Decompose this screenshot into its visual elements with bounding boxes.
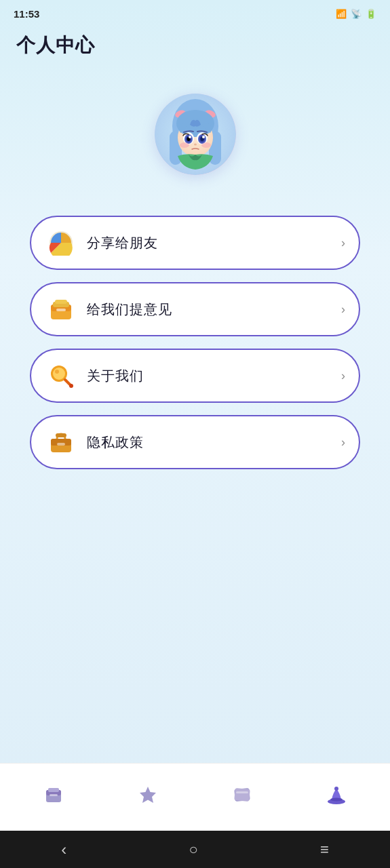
star-icon	[138, 785, 158, 810]
svg-rect-26	[55, 300, 67, 304]
menu-item-share[interactable]: 分享给朋友 ›	[30, 216, 360, 270]
svg-point-19	[180, 142, 189, 148]
wifi-icon: 📡	[351, 9, 362, 19]
card-icon	[232, 785, 252, 810]
nav-item-home[interactable]	[33, 779, 75, 815]
svg-rect-39	[48, 788, 59, 792]
share-arrow: ›	[341, 236, 345, 250]
status-icons: 📶 📡 🔋	[336, 9, 376, 19]
avatar-illustration	[155, 94, 236, 175]
svg-point-20	[201, 142, 211, 148]
feedback-label: 给我们提意见	[87, 300, 341, 319]
svg-point-45	[334, 787, 338, 791]
svg-point-46	[330, 798, 343, 802]
about-arrow: ›	[341, 369, 345, 383]
svg-point-12	[189, 136, 191, 138]
about-icon	[45, 359, 77, 392]
battery-icon: 🔋	[366, 9, 376, 19]
nav-item-profile[interactable]	[315, 779, 357, 815]
svg-rect-42	[234, 788, 250, 802]
svg-point-18	[194, 144, 197, 146]
signal-icon: 📶	[336, 9, 347, 19]
share-label: 分享给朋友	[87, 234, 341, 252]
svg-rect-35	[56, 433, 66, 437]
svg-marker-40	[140, 787, 156, 803]
svg-point-31	[69, 384, 73, 388]
menu-item-privacy[interactable]: 隐私政策 ›	[30, 415, 360, 469]
svg-rect-34	[57, 443, 65, 446]
nav-item-star[interactable]	[127, 779, 169, 815]
nav-item-card[interactable]	[221, 779, 263, 815]
svg-point-17	[202, 136, 205, 138]
page-title: 个人中心	[16, 33, 374, 58]
feedback-arrow: ›	[341, 302, 345, 317]
menu-item-feedback[interactable]: 给我们提意见 ›	[30, 282, 360, 336]
svg-rect-38	[50, 794, 58, 796]
menu-button[interactable]: ≡	[320, 841, 329, 859]
feedback-icon	[45, 293, 77, 326]
share-icon	[45, 226, 77, 259]
status-bar: 11:53 📶 📡 🔋	[0, 0, 390, 27]
header: 个人中心	[0, 27, 390, 66]
menu-item-about[interactable]: 关于我们 ›	[30, 349, 360, 403]
about-label: 关于我们	[87, 367, 341, 385]
android-nav: ‹ ○ ≡	[0, 831, 390, 868]
bottom-nav	[0, 763, 390, 831]
menu-section: 分享给朋友 › 给我们提意见 › 关	[0, 216, 390, 469]
privacy-icon	[45, 426, 77, 458]
svg-point-29	[55, 370, 59, 374]
avatar[interactable]	[155, 94, 236, 175]
profile-icon	[326, 785, 347, 810]
back-button[interactable]: ‹	[61, 840, 66, 859]
home-icon	[43, 785, 64, 810]
privacy-arrow: ›	[341, 435, 345, 450]
avatar-section	[0, 66, 390, 216]
privacy-label: 隐私政策	[87, 433, 341, 452]
svg-rect-24	[56, 309, 66, 311]
status-time: 11:53	[14, 8, 39, 20]
svg-point-28	[53, 368, 65, 380]
svg-rect-43	[236, 791, 248, 793]
home-button[interactable]: ○	[189, 841, 197, 859]
